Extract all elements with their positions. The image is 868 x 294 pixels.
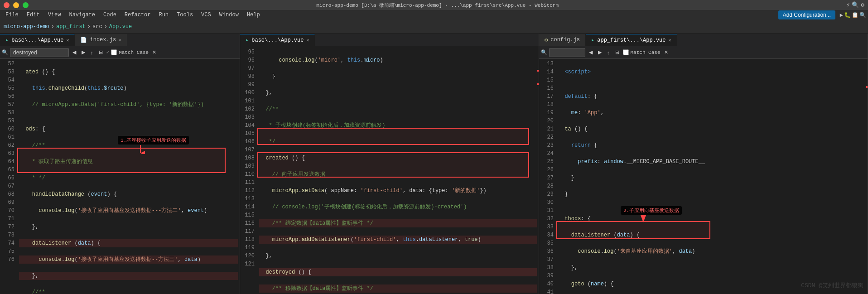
menu-bar: File Edit View Navigate Code Refactor Ru… [0,10,868,20]
left-line-numbers: 5253545556 5758596061 6263646566 6768697… [0,59,17,294]
right-code-area[interactable]: 1314151617 1819202122 2324252627 2829303… [539,59,868,294]
right-search-opt2[interactable]: ⊟ [613,48,621,56]
watermark: CSDN @笑到世界都狼狗 [801,281,863,289]
middle-code-area[interactable]: 9596979899 100101102103104 1051061071081… [240,47,539,294]
middle-tab-bar: ▸ base\...\App.vue ✕ [240,34,539,46]
right-scroll-marker [866,86,868,88]
scroll-marker-2 [537,83,539,85]
breadcrumb: micro-app-demo › app_first › src › App.v… [4,24,132,30]
left-pane: ▸ base\...\App.vue ✕ 📄 index.js ✕ 🔍 ◀ ▶ … [0,34,240,294]
menu-code[interactable]: Code [100,11,120,19]
right-search-bar: 🔍 ◀ ▶ ↕ ⊟ Match Case ✕ [539,46,868,59]
window-title: micro-app-demo [D:\a_微前端\micro-app-demo]… [29,2,846,9]
left-code-content: ated () { this.changeChild(this.$route) … [17,59,240,294]
left-tab-index-js[interactable]: 📄 index.js ✕ [75,34,127,46]
close-button[interactable] [4,2,10,8]
add-configuration-button[interactable]: Add Configuration... [778,10,835,19]
search-input[interactable] [10,48,69,57]
close-tab-icon[interactable]: ✕ [66,38,69,43]
middle-pane: ▸ base\...\App.vue ✕ 9596979899 10010110… [240,34,539,294]
menu-tools[interactable]: Tools [173,11,197,19]
left-tab-bar: ▸ base\...\App.vue ✕ 📄 index.js ✕ [0,34,240,46]
right-search-next[interactable]: ▶ [596,48,603,56]
left-code-area[interactable]: 5253545556 5758596061 6263646566 6768697… [0,59,240,294]
middle-code-content: console.log('micro', this.micro) } }, //… [257,47,539,294]
right-search-input[interactable] [549,48,585,57]
title-bar-left [4,2,29,8]
menu-refactor[interactable]: Refactor [121,11,154,19]
result-count: ✓ [106,49,110,55]
breadcrumb-branch[interactable]: app_first [56,24,86,30]
match-case-label: Match Case [111,49,149,55]
right-tab-app-vue[interactable]: ▸ app_first\...\App.vue ✕ [586,34,677,46]
menu-edit[interactable]: Edit [23,11,43,19]
panes-container: ▸ base\...\App.vue ✕ 📄 index.js ✕ 🔍 ◀ ▶ … [0,34,868,294]
menu-run[interactable]: Run [155,11,172,19]
right-match-case-checkbox[interactable] [623,49,629,55]
right-tab-config[interactable]: ⚙ config.js [539,34,586,46]
toolbar: micro-app-demo › app_first › src › App.v… [0,20,868,34]
close-right-tab-icon[interactable]: ✕ [669,38,671,43]
close-middle-tab-icon[interactable]: ✕ [306,38,309,43]
menu-vcs[interactable]: VCS [198,11,215,19]
right-match-case: Match Case [623,49,661,55]
middle-line-numbers: 9596979899 100101102103104 1051061071081… [240,47,257,294]
right-pane: ⚙ config.js ▸ app_first\...\App.vue ✕ 🔍 … [539,34,868,294]
maximize-button[interactable] [23,2,29,8]
search-close-button[interactable]: ✕ [150,48,158,56]
right-tab-bar: ⚙ config.js ▸ app_first\...\App.vue ✕ [539,34,868,46]
right-search-close[interactable]: ✕ [662,48,670,56]
search-options-button[interactable]: ↕ [89,49,95,56]
right-search-opt1[interactable]: ↕ [605,49,612,56]
close-tab-icon[interactable]: ✕ [119,37,121,43]
menu-window[interactable]: Window [216,11,242,19]
menu-navigate[interactable]: Navigate [65,11,99,19]
right-search-icon: 🔍 [541,49,547,55]
right-code-content: <script> default: { me: 'App', ta () { r… [556,59,868,294]
menu-file[interactable]: File [2,11,22,19]
search-prev-button[interactable]: ◀ [71,48,78,56]
search-icon: 🔍 [2,49,8,55]
right-line-numbers: 1314151617 1819202122 2324252627 2829303… [539,59,556,294]
title-bar-right: ⚡ 🔍 ⚙ [846,1,864,9]
left-search-bar: 🔍 ◀ ▶ ↕ ⊟ ✓ Match Case ✕ [0,46,240,59]
search-filter-button[interactable]: ⊟ [97,48,105,56]
middle-tab-app-vue[interactable]: ▸ base\...\App.vue ✕ [240,34,315,46]
menu-help[interactable]: Help [243,11,264,19]
match-case-checkbox[interactable] [111,49,117,55]
minimize-button[interactable] [13,2,19,8]
title-bar: micro-app-demo [D:\a_微前端\micro-app-demo]… [0,0,868,10]
scroll-marker-1 [537,70,539,72]
menu-view[interactable]: View [44,11,65,19]
breadcrumb-file[interactable]: App.vue [109,24,132,30]
right-search-prev[interactable]: ◀ [587,48,594,56]
breadcrumb-project[interactable]: micro-app-demo [4,24,49,30]
search-next-button[interactable]: ▶ [80,48,87,56]
left-tab-app-vue[interactable]: ▸ base\...\App.vue ✕ [0,34,75,46]
breadcrumb-folder[interactable]: src [92,24,102,30]
